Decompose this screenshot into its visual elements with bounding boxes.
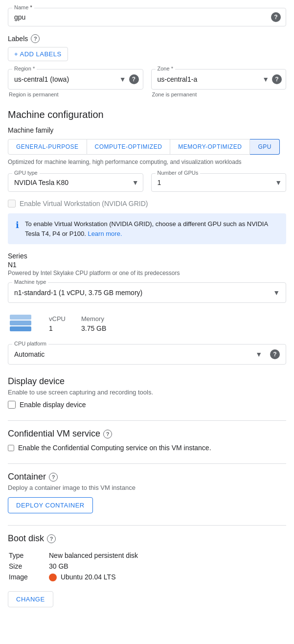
zone-help-icon[interactable]: ? bbox=[272, 74, 282, 84]
confidential-vm-title: Confidential VM service ? bbox=[8, 429, 286, 439]
tab-memory-optimized[interactable]: MEMORY-OPTIMIZED bbox=[170, 139, 250, 155]
name-input-wrapper: Name * ? bbox=[8, 8, 286, 26]
boot-disk-size-row: Size 30 GB bbox=[9, 561, 285, 571]
svg-rect-2 bbox=[10, 315, 31, 320]
cpu-platform-help-icon[interactable]: ? bbox=[270, 349, 280, 359]
virtual-workstation-label: Enable Virtual Workstation (NVIDIA GRID) bbox=[20, 200, 148, 207]
cpu-platform-label: CPU platform bbox=[12, 341, 48, 346]
confidential-vm-help-icon[interactable]: ? bbox=[103, 430, 112, 438]
num-gpus-field: Number of GPUs 1 ▼ bbox=[151, 173, 287, 192]
region-chevron-icon: ▼ bbox=[119, 75, 126, 83]
learn-more-link[interactable]: Learn more. bbox=[88, 230, 122, 237]
gpu-type-select[interactable]: NVIDIA Tesla K80 bbox=[14, 179, 132, 186]
confidential-checkbox-row: Enable the Confidential Computing servic… bbox=[8, 444, 286, 452]
labels-label: Labels ? bbox=[8, 34, 286, 43]
region-zone-row: Region * us-central1 (Iowa) ▼ ? Region i… bbox=[8, 69, 286, 97]
virtual-workstation-row: Enable Virtual Workstation (NVIDIA GRID) bbox=[8, 200, 286, 207]
container-title: Container ? bbox=[8, 472, 286, 482]
gpu-row: GPU type NVIDIA Tesla K80 ▼ Number of GP… bbox=[8, 173, 286, 192]
info-text: To enable Virtual Workstation (NVIDIA GR… bbox=[25, 219, 278, 238]
zone-hint: Zone is permanent bbox=[151, 92, 287, 97]
region-select-wrapper: Region * us-central1 (Iowa) ▼ ? bbox=[8, 69, 143, 90]
machine-type-field: Machine type n1-standard-1 (1 vCPU, 3.75… bbox=[8, 282, 286, 303]
info-box: ℹ To enable Virtual Workstation (NVIDIA … bbox=[8, 213, 286, 244]
series-desc: Powered by Intel Skylake CPU platform or… bbox=[8, 270, 286, 276]
boot-disk-size-value: 30 GB bbox=[49, 561, 285, 571]
name-field-group: Name * ? bbox=[8, 8, 286, 26]
boot-disk-title: Boot disk ? bbox=[8, 533, 286, 544]
confidential-vm-checkbox[interactable] bbox=[8, 445, 14, 451]
machine-config-title: Machine configuration bbox=[8, 109, 286, 120]
zone-field: Zone * us-central1-a ▼ ? Zone is permane… bbox=[151, 69, 287, 97]
num-gpus-select[interactable]: 1 bbox=[158, 179, 275, 186]
vcpu-col: vCPU 1 bbox=[49, 315, 66, 332]
memory-value: 3.75 GB bbox=[81, 324, 106, 332]
display-device-checkbox-row: Enable display device bbox=[8, 401, 286, 409]
svg-rect-1 bbox=[10, 321, 31, 325]
series-title: Series bbox=[8, 252, 286, 260]
container-help-icon[interactable]: ? bbox=[49, 473, 58, 482]
cpu-platform-select[interactable]: Automatic bbox=[14, 350, 255, 358]
svg-rect-0 bbox=[10, 326, 31, 331]
zone-label: Zone * bbox=[156, 66, 175, 71]
name-help-icon[interactable]: ? bbox=[271, 12, 281, 22]
cpu-platform-chevron-icon: ▼ bbox=[255, 350, 262, 358]
boot-disk-table: Type New balanced persistent disk Size 3… bbox=[8, 550, 286, 583]
boot-disk-type-value: New balanced persistent disk bbox=[49, 551, 285, 560]
zone-chevron-icon: ▼ bbox=[262, 75, 269, 83]
boot-disk-image-label: Image bbox=[9, 572, 48, 582]
num-gpus-wrapper: Number of GPUs 1 ▼ bbox=[151, 173, 287, 192]
add-labels-button[interactable]: + ADD LABELS bbox=[8, 47, 68, 61]
name-input-container: ? bbox=[8, 8, 286, 26]
ubuntu-icon bbox=[49, 574, 57, 581]
tab-compute-optimized[interactable]: COMPUTE-OPTIMIZED bbox=[87, 139, 171, 155]
display-device-checkbox[interactable] bbox=[8, 401, 16, 409]
series-name: N1 bbox=[8, 261, 286, 269]
boot-disk-image-row: Image Ubuntu 20.04 LTS bbox=[9, 572, 285, 582]
machine-type-label: Machine type bbox=[12, 279, 48, 285]
change-button[interactable]: CHANGE bbox=[8, 591, 53, 607]
region-help-icon[interactable]: ? bbox=[129, 74, 139, 84]
region-select[interactable]: us-central1 (Iowa) bbox=[14, 75, 119, 83]
container-section: Container ? Deploy a container image to … bbox=[8, 472, 286, 513]
confidential-vm-checkbox-label: Enable the Confidential Computing servic… bbox=[18, 444, 211, 452]
boot-disk-image-value: Ubuntu 20.04 LTS bbox=[49, 572, 285, 582]
divider-2 bbox=[8, 463, 286, 464]
zone-select-wrapper: Zone * us-central1-a ▼ ? bbox=[151, 69, 287, 90]
boot-disk-section: Boot disk ? Type New balanced persistent… bbox=[8, 533, 286, 607]
deploy-container-button[interactable]: DEPLOY CONTAINER bbox=[8, 497, 93, 513]
family-desc: Optimized for machine learning, high per… bbox=[8, 159, 286, 165]
vcpu-header: vCPU bbox=[49, 315, 66, 322]
series-section: Series N1 Powered by Intel Skylake CPU p… bbox=[8, 252, 286, 276]
labels-section: Labels ? + ADD LABELS bbox=[8, 34, 286, 61]
gpu-type-field: GPU type NVIDIA Tesla K80 ▼ bbox=[8, 173, 143, 192]
virtual-workstation-checkbox[interactable] bbox=[8, 200, 16, 207]
container-desc: Deploy a container image to this VM inst… bbox=[8, 484, 286, 491]
boot-disk-type-label: Type bbox=[9, 551, 48, 560]
num-gpus-label: Number of GPUs bbox=[156, 170, 201, 176]
divider-1 bbox=[8, 420, 286, 421]
vcpu-value: 1 bbox=[49, 324, 66, 332]
machine-type-select[interactable]: n1-standard-1 (1 vCPU, 3.75 GB memory) bbox=[8, 283, 286, 302]
gpu-type-chevron-icon: ▼ bbox=[132, 179, 139, 186]
machine-stack-icon bbox=[8, 311, 33, 336]
display-device-desc: Enable to use screen capturing and recor… bbox=[8, 389, 286, 396]
machine-family-tabs: GENERAL-PURPOSE COMPUTE-OPTIMIZED MEMORY… bbox=[8, 139, 286, 155]
display-device-checkbox-label: Enable display device bbox=[20, 401, 86, 409]
boot-disk-help-icon[interactable]: ? bbox=[47, 534, 56, 543]
num-gpus-chevron-icon: ▼ bbox=[275, 179, 282, 186]
region-label: Region * bbox=[12, 66, 37, 71]
tab-general-purpose[interactable]: GENERAL-PURPOSE bbox=[8, 139, 87, 155]
confidential-vm-section: Confidential VM service ? Enable the Con… bbox=[8, 429, 286, 452]
vcpu-memory-row: vCPU 1 Memory 3.75 GB bbox=[8, 311, 286, 336]
zone-select[interactable]: us-central1-a bbox=[158, 75, 263, 83]
region-hint: Region is permanent bbox=[8, 92, 143, 97]
gpu-type-label: GPU type bbox=[12, 170, 40, 176]
gpu-type-wrapper: GPU type NVIDIA Tesla K80 ▼ bbox=[8, 173, 143, 192]
tab-gpu[interactable]: GPU bbox=[250, 139, 280, 155]
info-icon: ℹ bbox=[16, 220, 19, 230]
machine-family-label: Machine family bbox=[8, 126, 286, 134]
name-input[interactable] bbox=[8, 8, 286, 26]
labels-help-icon[interactable]: ? bbox=[31, 34, 40, 43]
cpu-platform-field: CPU platform Automatic ▼ ? bbox=[8, 344, 286, 365]
